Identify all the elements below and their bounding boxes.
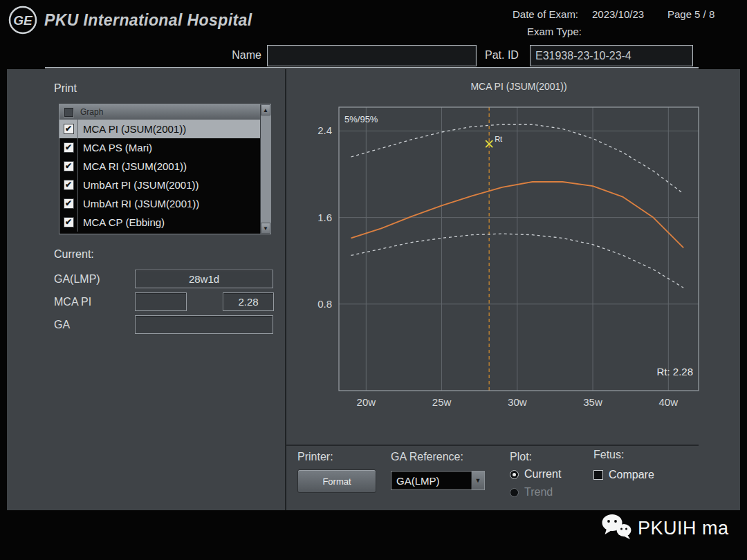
list-scrollbar[interactable]: ▲ ▼ (260, 104, 270, 234)
list-item-label: MCA CP (Ebbing) (78, 213, 165, 232)
print-section-title: Print (54, 82, 77, 95)
header-separator (45, 67, 699, 68)
graph-listbox: Graph ✔MCA PI (JSUM(2001))✔MCA PS (Mari)… (59, 104, 271, 234)
ga-reference-label: GA Reference: (391, 451, 463, 463)
graph-list-rows: ✔MCA PI (JSUM(2001))✔MCA PS (Mari)✔MCA R… (59, 120, 260, 234)
select-all-checkbox[interactable] (64, 108, 73, 117)
scroll-up-icon[interactable]: ▲ (261, 104, 270, 115)
mca-pi-field-1[interactable] (135, 292, 187, 311)
checkbox-icon: ✔ (64, 198, 74, 209)
ga-lmp-field[interactable]: 28w1d (135, 270, 273, 288)
watermark: PKUIH ma (600, 513, 729, 543)
name-input[interactable] (267, 45, 477, 66)
svg-text:2.4: 2.4 (317, 124, 332, 136)
item-checkbox[interactable]: ✔ (59, 194, 78, 213)
ga-label: GA (54, 319, 70, 331)
radio-label: Current (524, 468, 561, 480)
svg-text:Rt: Rt (495, 135, 502, 143)
report-screen: GE PKU International Hospital Date of Ex… (0, 0, 747, 560)
svg-text:1.6: 1.6 (317, 212, 332, 223)
ga-reference-value: GA(LMP) (391, 475, 471, 487)
pat-id-input[interactable] (530, 45, 693, 66)
item-checkbox[interactable]: ✔ (59, 213, 78, 232)
plot-label: Plot: (510, 451, 532, 463)
mca-pi-field-2[interactable]: 2.28 (223, 292, 274, 311)
ga-field[interactable] (135, 315, 273, 334)
svg-text:40w: 40w (659, 396, 679, 408)
graph-list-header[interactable]: Graph (59, 104, 260, 120)
svg-text:25w: 25w (432, 396, 452, 408)
graph-list: Graph ✔MCA PI (JSUM(2001))✔MCA PS (Mari)… (59, 104, 260, 234)
name-label: Name (223, 49, 261, 62)
pat-id-label: Pat. ID (485, 49, 519, 62)
plot-option-current[interactable]: Current (510, 467, 561, 481)
item-checkbox[interactable]: ✔ (59, 157, 78, 176)
exam-type-label: Exam Type: (527, 26, 582, 37)
list-item-label: MCA RI (JSUM(2001)) (78, 157, 187, 176)
list-item[interactable]: ✔MCA CP (Ebbing) (59, 213, 260, 232)
mca-pi-value: 2.28 (238, 296, 258, 308)
list-item[interactable]: ✔MCA PS (Mari) (59, 138, 260, 157)
checkbox-icon: ✔ (64, 124, 74, 134)
ge-logo-icon: GE (7, 4, 39, 36)
ga-lmp-value: 28w1d (189, 273, 219, 285)
ga-lmp-label: GA(LMP) (54, 273, 100, 286)
svg-text:GE: GE (13, 13, 33, 28)
compare-label: Compare (609, 469, 654, 481)
graph-column-header: Graph (80, 107, 103, 117)
item-checkbox[interactable]: ✔ (59, 138, 78, 157)
scroll-down-icon[interactable]: ▼ (261, 223, 270, 234)
current-section-title: Current: (54, 248, 94, 261)
ga-reference-dropdown[interactable]: GA(LMP) ▼ (391, 471, 485, 490)
checkbox-icon: ✔ (64, 161, 74, 171)
list-item[interactable]: ✔MCA PI (JSUM(2001)) (59, 120, 260, 138)
svg-text:5%/95%: 5%/95% (344, 114, 378, 124)
list-item[interactable]: ✔UmbArt PI (JSUM(2001)) (59, 176, 260, 194)
format-button[interactable]: Format (297, 469, 376, 493)
controls-separator (286, 445, 699, 446)
plot-option-trend[interactable]: Trend (510, 485, 561, 499)
dropdown-arrow-icon[interactable]: ▼ (471, 472, 484, 489)
item-checkbox[interactable]: ✔ (59, 176, 78, 194)
scrollbar-track[interactable] (261, 115, 270, 223)
svg-text:Rt: 2.28: Rt: 2.28 (656, 366, 693, 377)
svg-text:0.8: 0.8 (317, 298, 332, 310)
page-indicator: Page5 / 8 (667, 8, 717, 20)
checkbox-icon: ✔ (64, 142, 74, 153)
hospital-title: PKU International Hospital (44, 11, 252, 30)
compare-checkbox[interactable] (593, 470, 603, 480)
plot-options: CurrentTrend (510, 467, 561, 499)
svg-text:30w: 30w (508, 396, 527, 408)
growth-chart: Rt5%/95%Rt: 2.280.81.62.420w25w30w35w40w (299, 104, 703, 409)
list-item-label: MCA PS (Mari) (78, 138, 152, 157)
printer-label: Printer: (297, 451, 333, 463)
list-item-label: UmbArt PI (JSUM(2001)) (78, 176, 199, 194)
date-of-exam-value: 2023/10/23 (592, 8, 644, 20)
item-checkbox[interactable]: ✔ (59, 120, 78, 138)
list-item[interactable]: ✔UmbArt RI (JSUM(2001)) (59, 194, 260, 213)
watermark-text: PKUIH ma (638, 518, 729, 539)
fetus-label: Fetus: (593, 449, 624, 461)
radio-icon[interactable] (510, 488, 519, 497)
checkbox-icon: ✔ (64, 180, 74, 190)
radio-label: Trend (524, 486, 553, 498)
mca-pi-label: MCA PI (54, 296, 91, 308)
compare-option[interactable]: Compare (593, 469, 654, 481)
chart-title: MCA PI (JSUM(2001)) (339, 81, 699, 92)
list-item-label: UmbArt RI (JSUM(2001)) (78, 194, 199, 213)
checkbox-icon: ✔ (64, 217, 74, 227)
radio-icon[interactable] (510, 470, 519, 479)
svg-text:20w: 20w (357, 396, 376, 408)
wechat-icon (600, 513, 632, 543)
svg-text:35w: 35w (583, 396, 602, 408)
date-of-exam-label: Date of Exam: (513, 8, 578, 20)
list-item[interactable]: ✔MCA RI (JSUM(2001)) (59, 157, 260, 176)
list-item-label: MCA PI (JSUM(2001)) (78, 120, 186, 138)
